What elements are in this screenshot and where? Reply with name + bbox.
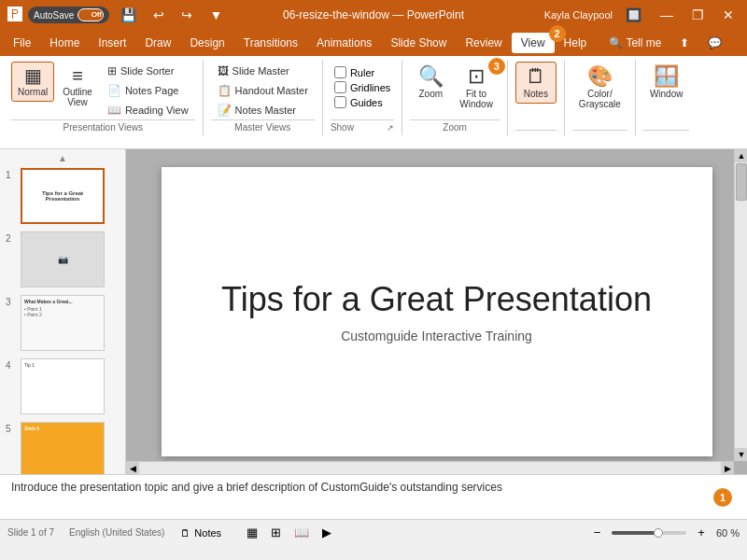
zoom-label: Zoom bbox=[419, 89, 444, 99]
menu-design[interactable]: Design bbox=[180, 33, 233, 53]
user-name: Kayla Claypool bbox=[544, 9, 613, 21]
slide-thumb-4[interactable]: 4 Tip 1 bbox=[4, 356, 121, 417]
slide-preview-2: 📷 bbox=[21, 231, 105, 287]
gridlines-checkbox[interactable]: Gridlines bbox=[331, 80, 394, 94]
menu-slideshow[interactable]: Slide Show bbox=[381, 33, 456, 53]
ribbon-group-color: 🎨 Color/Grayscale bbox=[565, 60, 636, 135]
guides-check[interactable] bbox=[334, 96, 346, 108]
window-icon: 🪟 bbox=[654, 66, 679, 87]
badge-3: 3 bbox=[488, 58, 505, 75]
slide-thumb-3[interactable]: 3 What Makes a Great... • Point 1 • Poin… bbox=[4, 292, 121, 354]
main-area: ▲ 1 Tips for a Great Presentation 2 📷 3 … bbox=[0, 149, 747, 474]
slide-preview-4: Tip 1 bbox=[21, 358, 105, 414]
restore-button[interactable]: ❐ bbox=[686, 6, 710, 24]
gridlines-check[interactable] bbox=[334, 81, 346, 93]
scroll-down-btn[interactable]: ▼ bbox=[735, 448, 747, 461]
zoom-thumb[interactable] bbox=[654, 528, 663, 538]
slide-thumb-5[interactable]: 5 Slide 5 bbox=[4, 419, 121, 474]
ribbon-group-master-views: 🖼 Slide Master 📋 Handout Master 📝 Notes … bbox=[204, 60, 323, 135]
notes-master-label: Notes Master bbox=[235, 105, 296, 116]
zoom-percent: 60 % bbox=[716, 527, 740, 539]
undo-button[interactable]: ↩ bbox=[148, 6, 170, 24]
slide-thumb-2[interactable]: 2 📷 bbox=[4, 229, 121, 290]
zoom-button[interactable]: 🔍 Zoom bbox=[410, 62, 451, 104]
normal-icon: ▦ bbox=[24, 66, 42, 85]
slide-count: Slide 1 of 7 bbox=[7, 527, 54, 538]
more-button[interactable]: ▼ bbox=[204, 6, 228, 24]
menu-review[interactable]: Review bbox=[456, 33, 511, 53]
badge-2: 2 bbox=[549, 25, 566, 42]
notes-text[interactable]: Introduce the presentation topic and giv… bbox=[11, 481, 502, 494]
slide-sorter-icon: ⊞ bbox=[107, 64, 117, 77]
normal-button[interactable]: ▦ Normal bbox=[11, 62, 54, 102]
zoom-slider[interactable] bbox=[612, 531, 686, 535]
scroll-left-btn[interactable]: ◀ bbox=[126, 462, 139, 475]
panel-scroll-up[interactable]: ▲ bbox=[4, 153, 121, 163]
reading-view-btn[interactable]: 📖 bbox=[289, 523, 315, 542]
sorter-view-btn[interactable]: ⊞ bbox=[265, 523, 287, 542]
scroll-up-btn[interactable]: ▲ bbox=[735, 149, 747, 162]
reading-view-button[interactable]: 📖 Reading View bbox=[101, 101, 195, 119]
window-label: Window bbox=[650, 89, 684, 99]
show-expand[interactable]: ↗ bbox=[387, 123, 394, 133]
title-bar-left: 🅿 AutoSave Off 💾 ↩ ↪ ▼ bbox=[7, 6, 228, 24]
ribbon-toggle[interactable]: 🔲 bbox=[620, 6, 647, 24]
fit-window-label: Fit toWindow bbox=[459, 89, 493, 109]
fit-to-window-container: ⊡ Fit toWindow 3 bbox=[453, 62, 500, 114]
language: English (United States) bbox=[69, 527, 164, 538]
slide-num-3: 3 bbox=[6, 295, 17, 307]
menu-view[interactable]: View 2 bbox=[512, 33, 555, 53]
menu-comments[interactable]: 💬 bbox=[698, 33, 731, 53]
normal-view-btn[interactable]: ▦ bbox=[241, 523, 263, 542]
menu-insert[interactable]: Insert bbox=[89, 33, 135, 53]
menu-draw[interactable]: Draw bbox=[135, 33, 180, 53]
zoom-in-btn[interactable]: + bbox=[692, 523, 711, 542]
slide-thumb-1[interactable]: 1 Tips for a Great Presentation bbox=[4, 165, 121, 227]
close-button[interactable]: ✕ bbox=[717, 6, 740, 24]
title-bar: 🅿 AutoSave Off 💾 ↩ ↪ ▼ 06-resize-the-win… bbox=[0, 0, 747, 30]
menu-transitions[interactable]: Transitions bbox=[234, 33, 307, 53]
zoom-label-group: Zoom bbox=[410, 119, 500, 135]
notes-toggle-label: Notes bbox=[194, 527, 221, 539]
ruler-checkbox[interactable]: Ruler bbox=[331, 65, 394, 79]
zoom-area: − + 60 % bbox=[588, 523, 740, 542]
redo-button[interactable]: ↪ bbox=[176, 6, 198, 24]
slideshow-view-btn[interactable]: ▶ bbox=[317, 523, 337, 542]
color-icon: 🎨 bbox=[587, 66, 613, 87]
slide-num-2: 2 bbox=[6, 231, 17, 244]
window-items: 🪟 Window bbox=[643, 62, 690, 130]
minimize-button[interactable]: — bbox=[655, 6, 679, 24]
slide-master-button[interactable]: 🖼 Slide Master bbox=[211, 62, 315, 80]
menu-search[interactable]: 🔍 Tell me bbox=[599, 33, 670, 53]
menu-file[interactable]: File bbox=[4, 33, 40, 53]
outline-label: OutlineView bbox=[63, 87, 92, 107]
menu-share[interactable]: ⬆ bbox=[670, 33, 698, 53]
gridlines-label: Gridlines bbox=[350, 82, 390, 93]
menu-animations[interactable]: Animations bbox=[307, 33, 381, 53]
guides-checkbox[interactable]: Guides bbox=[331, 95, 394, 109]
outline-view-button[interactable]: ≡ OutlineView bbox=[56, 62, 99, 112]
notes-button[interactable]: 🗒 Notes bbox=[515, 62, 557, 104]
ribbon-group-presentation-views: ▦ Normal ≡ OutlineView ⊞ Slide Sorter 📄 … bbox=[4, 60, 204, 135]
color-grayscale-button[interactable]: 🎨 Color/Grayscale bbox=[572, 62, 627, 114]
autosave-toggle[interactable]: Off bbox=[78, 8, 104, 21]
notes-master-button[interactable]: 📝 Notes Master bbox=[211, 101, 315, 119]
scroll-right-btn[interactable]: ▶ bbox=[721, 462, 734, 475]
zoom-out-btn[interactable]: − bbox=[588, 523, 607, 542]
ruler-check[interactable] bbox=[334, 66, 346, 78]
menu-home[interactable]: Home bbox=[40, 33, 89, 53]
notes-toggle-button[interactable]: 🗒 Notes bbox=[172, 525, 230, 541]
handout-master-button[interactable]: 📋 Handout Master bbox=[211, 81, 315, 100]
slide-sorter-button[interactable]: ⊞ Slide Sorter bbox=[101, 62, 195, 80]
window-title: 06-resize-the-window — PowerPoint bbox=[283, 8, 464, 21]
zoom-items: 🔍 Zoom ⊡ Fit toWindow 3 bbox=[410, 62, 500, 119]
slide-num-1: 1 bbox=[6, 168, 17, 180]
color-items: 🎨 Color/Grayscale bbox=[572, 62, 627, 130]
slide-master-icon: 🖼 bbox=[218, 64, 229, 77]
vscroll-thumb[interactable] bbox=[736, 163, 747, 201]
title-bar-right: Kayla Claypool 🔲 — ❐ ✕ bbox=[544, 6, 740, 24]
save-button[interactable]: 💾 bbox=[115, 6, 142, 24]
notes-page-button[interactable]: 📄 Notes Page bbox=[101, 81, 195, 100]
window-button[interactable]: 🪟 Window bbox=[643, 62, 690, 104]
reading-view-icon: 📖 bbox=[107, 104, 121, 117]
